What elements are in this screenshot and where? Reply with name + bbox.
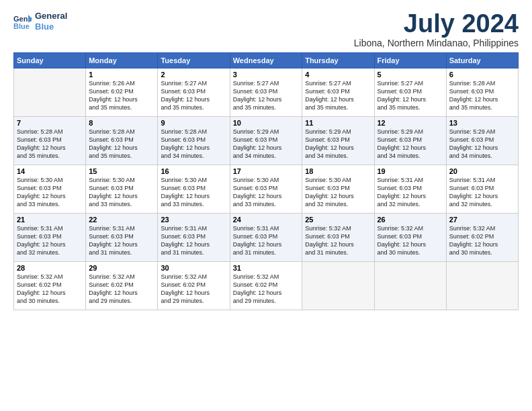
day-info: Sunrise: 5:27 AMSunset: 6:03 PMDaylight:… — [305, 79, 371, 112]
logo-line1: General — [35, 11, 67, 21]
calendar-cell: 20Sunrise: 5:31 AMSunset: 6:03 PMDayligh… — [446, 165, 518, 214]
day-info: Sunrise: 5:30 AMSunset: 6:03 PMDaylight:… — [305, 176, 371, 209]
calendar-cell: 13Sunrise: 5:29 AMSunset: 6:03 PMDayligh… — [446, 117, 518, 165]
calendar-cell: 28Sunrise: 5:32 AMSunset: 6:02 PMDayligh… — [14, 262, 86, 310]
day-info: Sunrise: 5:27 AMSunset: 6:03 PMDaylight:… — [161, 79, 226, 112]
header-day-friday: Friday — [374, 53, 446, 68]
calendar-cell — [446, 262, 518, 310]
day-info: Sunrise: 5:30 AMSunset: 6:03 PMDaylight:… — [161, 176, 226, 209]
subtitle: Libona, Northern Mindanao, Philippines — [354, 38, 519, 48]
calendar-header-row: SundayMondayTuesdayWednesdayThursdayFrid… — [14, 53, 519, 68]
day-info: Sunrise: 5:29 AMSunset: 6:03 PMDaylight:… — [305, 128, 371, 161]
day-info: Sunrise: 5:30 AMSunset: 6:03 PMDaylight:… — [17, 176, 83, 209]
calendar-cell: 7Sunrise: 5:28 AMSunset: 6:03 PMDaylight… — [14, 117, 86, 165]
calendar-cell: 16Sunrise: 5:30 AMSunset: 6:03 PMDayligh… — [158, 165, 230, 214]
day-info: Sunrise: 5:31 AMSunset: 6:03 PMDaylight:… — [233, 224, 299, 257]
day-number: 3 — [233, 71, 299, 79]
calendar-cell: 25Sunrise: 5:32 AMSunset: 6:03 PMDayligh… — [302, 214, 374, 262]
day-number: 28 — [17, 264, 83, 272]
day-info: Sunrise: 5:28 AMSunset: 6:03 PMDaylight:… — [17, 128, 83, 161]
calendar-cell — [14, 68, 86, 117]
header-day-wednesday: Wednesday — [230, 53, 302, 68]
day-number: 9 — [161, 119, 226, 127]
day-info: Sunrise: 5:28 AMSunset: 6:03 PMDaylight:… — [161, 128, 226, 161]
day-info: Sunrise: 5:31 AMSunset: 6:03 PMDaylight:… — [161, 224, 226, 257]
calendar-week-3: 14Sunrise: 5:30 AMSunset: 6:03 PMDayligh… — [14, 165, 519, 214]
calendar-cell: 17Sunrise: 5:30 AMSunset: 6:03 PMDayligh… — [230, 165, 302, 214]
day-number: 7 — [17, 119, 83, 127]
calendar-cell: 10Sunrise: 5:29 AMSunset: 6:03 PMDayligh… — [230, 117, 302, 165]
day-number: 14 — [17, 167, 83, 175]
header: General Blue General Blue July 2024 Libo… — [13, 11, 519, 48]
day-info: Sunrise: 5:27 AMSunset: 6:03 PMDaylight:… — [233, 79, 299, 112]
day-number: 23 — [161, 216, 226, 224]
day-info: Sunrise: 5:28 AMSunset: 6:03 PMDaylight:… — [449, 79, 515, 112]
day-info: Sunrise: 5:26 AMSunset: 6:02 PMDaylight:… — [89, 79, 154, 112]
calendar-week-5: 28Sunrise: 5:32 AMSunset: 6:02 PMDayligh… — [14, 262, 519, 310]
svg-text:Blue: Blue — [13, 22, 30, 30]
day-number: 31 — [233, 264, 299, 272]
day-info: Sunrise: 5:32 AMSunset: 6:03 PMDaylight:… — [305, 224, 371, 257]
logo-icon: General Blue — [13, 13, 32, 30]
day-info: Sunrise: 5:29 AMSunset: 6:03 PMDaylight:… — [233, 128, 299, 161]
day-number: 27 — [449, 216, 515, 224]
day-info: Sunrise: 5:29 AMSunset: 6:03 PMDaylight:… — [378, 128, 443, 161]
day-info: Sunrise: 5:32 AMSunset: 6:02 PMDaylight:… — [449, 224, 515, 257]
calendar-week-4: 21Sunrise: 5:31 AMSunset: 6:03 PMDayligh… — [14, 214, 519, 262]
calendar-cell — [374, 262, 446, 310]
day-info: Sunrise: 5:32 AMSunset: 6:02 PMDaylight:… — [89, 273, 154, 306]
calendar-week-1: 1Sunrise: 5:26 AMSunset: 6:02 PMDaylight… — [14, 68, 519, 117]
calendar-cell — [302, 262, 374, 310]
day-number: 12 — [378, 119, 443, 127]
day-info: Sunrise: 5:30 AMSunset: 6:03 PMDaylight:… — [89, 176, 154, 209]
header-day-sunday: Sunday — [14, 53, 86, 68]
day-number: 10 — [233, 119, 299, 127]
header-day-tuesday: Tuesday — [158, 53, 230, 68]
calendar-cell: 1Sunrise: 5:26 AMSunset: 6:02 PMDaylight… — [86, 68, 158, 117]
calendar-cell: 15Sunrise: 5:30 AMSunset: 6:03 PMDayligh… — [86, 165, 158, 214]
day-number: 8 — [89, 119, 154, 127]
calendar-cell: 22Sunrise: 5:31 AMSunset: 6:03 PMDayligh… — [86, 214, 158, 262]
day-number: 26 — [378, 216, 443, 224]
logo-line2: Blue — [35, 21, 67, 32]
day-info: Sunrise: 5:30 AMSunset: 6:03 PMDaylight:… — [233, 176, 299, 209]
day-number: 18 — [305, 167, 371, 175]
day-number: 15 — [89, 167, 154, 175]
calendar-table: SundayMondayTuesdayWednesdayThursdayFrid… — [13, 52, 519, 310]
day-number: 16 — [161, 167, 226, 175]
day-info: Sunrise: 5:28 AMSunset: 6:03 PMDaylight:… — [89, 128, 154, 161]
header-day-saturday: Saturday — [446, 53, 518, 68]
calendar-week-2: 7Sunrise: 5:28 AMSunset: 6:03 PMDaylight… — [14, 117, 519, 165]
day-number: 2 — [161, 71, 226, 79]
day-info: Sunrise: 5:32 AMSunset: 6:03 PMDaylight:… — [378, 224, 443, 257]
calendar-cell: 29Sunrise: 5:32 AMSunset: 6:02 PMDayligh… — [86, 262, 158, 310]
day-number: 22 — [89, 216, 154, 224]
day-number: 11 — [305, 119, 371, 127]
calendar-cell: 18Sunrise: 5:30 AMSunset: 6:03 PMDayligh… — [302, 165, 374, 214]
day-number: 30 — [161, 264, 226, 272]
day-info: Sunrise: 5:32 AMSunset: 6:02 PMDaylight:… — [161, 273, 226, 306]
day-info: Sunrise: 5:31 AMSunset: 6:03 PMDaylight:… — [378, 176, 443, 209]
calendar-cell: 14Sunrise: 5:30 AMSunset: 6:03 PMDayligh… — [14, 165, 86, 214]
day-number: 20 — [449, 167, 515, 175]
calendar-cell: 31Sunrise: 5:32 AMSunset: 6:02 PMDayligh… — [230, 262, 302, 310]
calendar-cell: 2Sunrise: 5:27 AMSunset: 6:03 PMDaylight… — [158, 68, 230, 117]
main-title: July 2024 — [354, 11, 519, 36]
day-number: 19 — [378, 167, 443, 175]
calendar-cell: 21Sunrise: 5:31 AMSunset: 6:03 PMDayligh… — [14, 214, 86, 262]
calendar-cell: 19Sunrise: 5:31 AMSunset: 6:03 PMDayligh… — [374, 165, 446, 214]
calendar-cell: 12Sunrise: 5:29 AMSunset: 6:03 PMDayligh… — [374, 117, 446, 165]
day-info: Sunrise: 5:31 AMSunset: 6:03 PMDaylight:… — [89, 224, 154, 257]
day-number: 1 — [89, 71, 154, 79]
page: General Blue General Blue July 2024 Libo… — [0, 0, 532, 317]
calendar-cell: 30Sunrise: 5:32 AMSunset: 6:02 PMDayligh… — [158, 262, 230, 310]
day-number: 21 — [17, 216, 83, 224]
title-block: July 2024 Libona, Northern Mindanao, Phi… — [354, 11, 519, 48]
logo: General Blue General Blue — [13, 11, 67, 32]
calendar-cell: 23Sunrise: 5:31 AMSunset: 6:03 PMDayligh… — [158, 214, 230, 262]
calendar-cell: 6Sunrise: 5:28 AMSunset: 6:03 PMDaylight… — [446, 68, 518, 117]
calendar-cell: 5Sunrise: 5:27 AMSunset: 6:03 PMDaylight… — [374, 68, 446, 117]
day-number: 5 — [378, 71, 443, 79]
calendar-cell: 4Sunrise: 5:27 AMSunset: 6:03 PMDaylight… — [302, 68, 374, 117]
calendar-cell: 27Sunrise: 5:32 AMSunset: 6:02 PMDayligh… — [446, 214, 518, 262]
